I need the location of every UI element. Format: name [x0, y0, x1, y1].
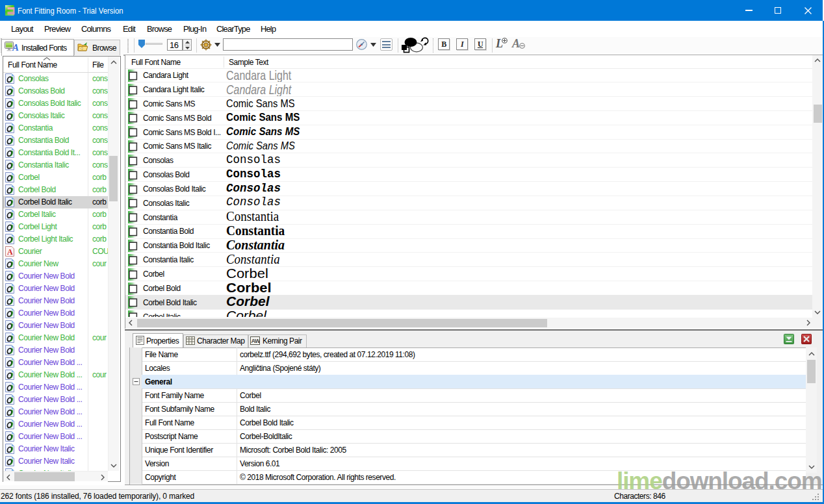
svg-text:A: A: [12, 42, 19, 53]
svg-text:A: A: [7, 247, 13, 257]
svg-text:AW: AW: [251, 338, 260, 344]
